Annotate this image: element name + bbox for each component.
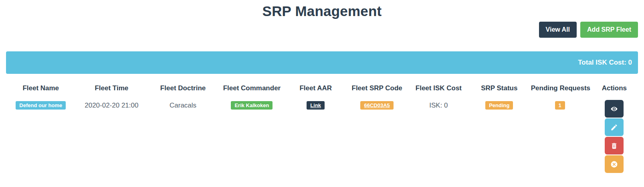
srp-status-badge: Pending [485, 101, 513, 110]
delete-fleet-button[interactable] [605, 137, 624, 154]
header-fleet-aar: Fleet AAR [285, 84, 346, 100]
edit-fleet-button[interactable] [605, 118, 624, 136]
page-title: SRP Management [6, 0, 638, 19]
header-srp-status: SRP Status [469, 84, 529, 100]
cancel-fleet-button[interactable] [605, 155, 624, 173]
view-fleet-button[interactable] [605, 100, 624, 118]
total-isk-cost-label: Total ISK Cost: 0 [578, 59, 632, 67]
fleet-isk-cost-value: ISK: 0 [408, 100, 469, 173]
srp-management-page: SRP Management View All Add SRP Fleet To… [0, 0, 644, 173]
pending-requests-badge: 1 [555, 101, 565, 110]
table-row: Defend our home 2020-02-20 21:00 Caracal… [6, 100, 638, 173]
row-actions [592, 100, 636, 173]
header-pending-requests: Pending Requests [529, 84, 591, 100]
toolbar: View All Add SRP Fleet [6, 22, 638, 38]
header-fleet-commander: Fleet Commander [218, 84, 285, 100]
header-fleet-doctrine: Fleet Doctrine [147, 84, 218, 100]
cancel-icon [610, 161, 618, 168]
add-srp-fleet-button[interactable]: Add SRP Fleet [580, 22, 638, 38]
header-actions: Actions [591, 84, 638, 100]
fleet-name-badge: Defend our home [16, 101, 66, 110]
fleet-time-value: 2020-02-20 21:00 [75, 100, 147, 173]
pencil-icon [610, 124, 618, 131]
srp-fleet-table: Fleet Name Fleet Time Fleet Doctrine Fle… [6, 84, 638, 173]
trash-icon [610, 142, 618, 150]
fleet-srp-code-link[interactable]: 66CD03A5 [360, 101, 393, 110]
view-all-button[interactable]: View All [539, 22, 577, 38]
header-fleet-name: Fleet Name [6, 84, 75, 100]
header-fleet-isk-cost: Fleet ISK Cost [408, 84, 469, 100]
table-header-row: Fleet Name Fleet Time Fleet Doctrine Fle… [6, 84, 638, 100]
fleet-aar-link[interactable]: Link [307, 101, 325, 110]
fleet-commander-badge: Erik Kalkoken [231, 101, 273, 110]
header-fleet-time: Fleet Time [75, 84, 147, 100]
panel-header-bar: Total ISK Cost: 0 [6, 51, 638, 74]
eye-icon [610, 105, 618, 113]
fleet-doctrine-value: Caracals [147, 100, 218, 173]
header-fleet-srp-code: Fleet SRP Code [346, 84, 408, 100]
